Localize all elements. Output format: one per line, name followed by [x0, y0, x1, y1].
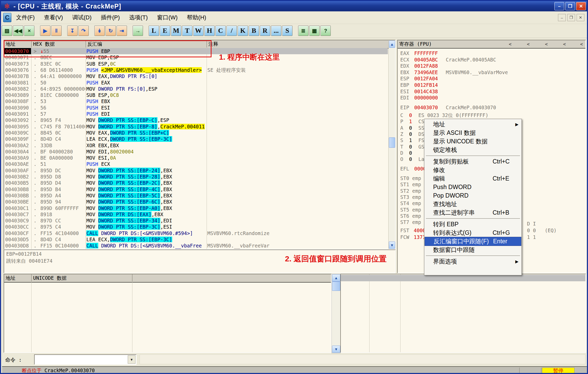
dump-row[interactable]: 00405180. . . . . . . . . . . . . . . . … [4, 322, 331, 328]
stack-row[interactable]: 0012FA2800000000 [341, 332, 585, 338]
close-button[interactable]: × [24, 26, 34, 36]
context-menu-item[interactable]: 界面选项▶ [424, 257, 522, 266]
disasm-row[interactable]: 004030C1 .899D 60FFFFFF MOV DWORD PTR SS… [4, 205, 388, 211]
scroll-down-icon[interactable]: ▼ [332, 346, 340, 353]
stack-row[interactable]: 0012FA080014C438 [341, 281, 585, 288]
disasm-row[interactable]: 00403082 .64:8925 00000000 MOV DWORD PTR… [4, 86, 388, 92]
scroll-up-icon[interactable]: ▲ [332, 274, 340, 282]
threads-button[interactable]: T [182, 26, 192, 36]
disasm-row[interactable]: 004030A9 .BE 0A000000 MOV ESI,0A [4, 155, 388, 161]
disasm-row[interactable]: 004030A2 .33DB XOR EBX,EBX [4, 142, 388, 149]
disasm-row[interactable]: 004030AE .51 PUSH ECX [4, 161, 388, 167]
disasm-row[interactable]: 004030CC .8975 C4 MOV DWORD PTR SS:[EBP-… [4, 224, 388, 230]
dump-row[interactable]: 00405080e928536112002[1]\Project1.vbp . … [4, 295, 331, 302]
menu-item[interactable]: 文件(F) [11, 13, 39, 22]
executables-button[interactable]: E [160, 26, 170, 36]
step-over-button[interactable]: ↷ [78, 26, 89, 36]
appearance-button[interactable]: ▦ [309, 26, 320, 36]
windows-button[interactable]: W [193, 26, 203, 36]
handles-button[interactable]: H [204, 26, 215, 36]
source-button[interactable]: S [282, 26, 292, 36]
dump-row[interactable]: 004051C0. . . . . . . . . . . . . . . . … [4, 328, 331, 334]
menu-item[interactable]: 插件(P) [96, 13, 124, 22]
context-menu-item[interactable]: 复制到剪贴板Ctrl+C [424, 157, 522, 166]
mdi-close-button[interactable]: ✕ [577, 14, 584, 21]
cpu-button[interactable]: C [215, 26, 226, 36]
disasm-row[interactable]: 004030BB .895D A4 MOV DWORD PTR SS:[EBP-… [4, 192, 388, 199]
execute-till-return-button[interactable]: ⇥ [117, 26, 127, 36]
mdi-restore-button[interactable]: ❐ [567, 14, 575, 21]
close-button[interactable]: ✕ [576, 2, 586, 10]
stack-row[interactable]: 0012FA1800000001 [341, 307, 585, 313]
reg-pane-back-icon[interactable]: < [542, 41, 550, 47]
dump-row[interactable]: 00405280. . . . □ . □@剓@勘@□猺□□ . . . . 僙… [4, 347, 331, 353]
context-menu-item[interactable]: 转到 EBP [424, 220, 522, 229]
minimize-button[interactable]: – [554, 2, 564, 10]
stack-row[interactable]: 0012FA1C00000000 [341, 313, 585, 320]
dump-row[interactable]: 00405140. . . . . . . . . . . . . . . . … [4, 315, 331, 322]
stack-row[interactable]: 0012FA2400644BA0 [341, 326, 585, 332]
stack-row[interactable]: 0012FA200012FAB4 [341, 319, 585, 326]
stack-row[interactable]: 0012FA2C77D3B3EC返回到 USER32.77D3B3EC [341, 338, 585, 345]
open-button[interactable]: ▨ [2, 26, 12, 36]
disasm-row[interactable]: 004030AF .895D DC MOV DWORD PTR SS:[EBP-… [4, 167, 388, 174]
reg-pane-back-icon[interactable]: < [561, 41, 568, 47]
context-menu-item[interactable]: 查找地址 [424, 200, 522, 208]
breakpoints-button[interactable]: B [249, 26, 259, 36]
stack-scrollbar[interactable]: ▲ ▼ [331, 274, 341, 353]
dump-row[interactable]: 00405040□猺□ . . . □@*\AC:\unzipped\Dupin [4, 289, 331, 295]
disasm-row[interactable]: 00403091 .57 PUSH EDI [4, 111, 388, 117]
patches-button[interactable]: / [227, 26, 237, 36]
disasm-scroll-thumb[interactable] [389, 137, 395, 148]
stack-row[interactable]: 0012FA3400644BA0 [341, 351, 585, 353]
disasm-row[interactable]: 0040309F .8D4D C4 LEA ECX,DWORD PTR SS:[… [4, 136, 388, 142]
disasm-row[interactable]: 004030A4 .BF 04000280 MOV EDI,80020004 [4, 149, 388, 155]
context-menu-item[interactable]: 显示 ASCII 数据 [424, 129, 522, 137]
help-button[interactable]: ? [320, 26, 331, 36]
run-button[interactable]: ▶ [40, 26, 50, 36]
callstack-button[interactable]: K [238, 26, 248, 36]
reg-pane-back-icon[interactable]: < [506, 41, 514, 47]
context-menu-item[interactable]: 修改 [424, 166, 522, 174]
dump-row[interactable]: 00405240. . . . . . . . . . . . . . □猺 .… [4, 341, 331, 347]
title-bar[interactable]: ✻ - [CPU - 主线程, 模块 - CrackMeP] – ❐ ✕ [1, 1, 587, 11]
disasm-row[interactable]: 004030C7 .8918 MOV DWORD PTR DS:[EAX],EB… [4, 211, 388, 217]
context-menu-item[interactable]: 查找二进制字串Ctrl+B [424, 208, 522, 217]
dump-row[interactable]: 00405200. . . . . . . . . . . . . . . . … [4, 334, 331, 341]
disasm-row[interactable]: 004030C9 .897D CC MOV DWORD PTR SS:[EBP-… [4, 217, 388, 224]
disasm-row[interactable]: 00403089 .81EC C8000000 SUB ESP,0C8 [4, 92, 388, 98]
log-button[interactable]: L [149, 26, 159, 36]
disasm-row[interactable]: 00403092 .8965 F4 MOV DWORD PTR SS:[EBP-… [4, 117, 388, 123]
stack-scroll-thumb[interactable] [332, 282, 340, 291]
disasm-row[interactable]: 004030BE .895D 94 MOV DWORD PTR SS:[EBP-… [4, 199, 388, 205]
disasm-row[interactable]: 00403090 .56 PUSH ESI [4, 105, 388, 111]
disasm-row[interactable]: 00403073 .83EC 0C SUB ESP,0C [4, 61, 388, 67]
animate-over-button[interactable]: ↻ [105, 26, 116, 36]
menu-item[interactable]: 窗口(W) [152, 13, 182, 22]
disasm-row[interactable]: 004030B5 .895D D4 MOV DWORD PTR SS:[EBP-… [4, 180, 388, 186]
context-menu-item[interactable]: 地址▶ [424, 120, 522, 129]
disasm-row[interactable]: 004030D8 .FF15 0C104000 CALL DWORD PTR D… [4, 243, 388, 249]
disasm-row[interactable]: 00403076 .68 D6114000 PUSH <JMP.&MSVBVM6… [4, 67, 388, 73]
dump-panel[interactable]: 地址 UNICODE 数据 00405000. . . □ □ . . □ □ … [4, 274, 331, 353]
reg-pane-back-icon[interactable]: < [578, 41, 585, 47]
context-menu-item[interactable]: 数据窗口中跟随 [424, 246, 522, 254]
scroll-down-icon[interactable]: ▼ [389, 241, 395, 249]
scroll-up-icon[interactable]: ▲ [389, 41, 395, 48]
context-menu-item[interactable]: 转到表达式(G)Ctrl+G [424, 229, 522, 237]
disasm-row[interactable]: 004030CF .FF15 4C104000 CALL DWORD PTR D… [4, 230, 388, 236]
disasm-row[interactable]: 004030B2 .895D D8 MOV DWORD PTR SS:[EBP-… [4, 174, 388, 180]
context-menu-item[interactable]: 显示 UNICODE 数据 [424, 137, 522, 146]
context-menu-item[interactable]: 反汇编窗口中跟随(F)Enter [425, 237, 521, 246]
context-menu-item[interactable]: Pop DWORD [424, 191, 522, 200]
menu-item[interactable]: 查看(V) [39, 13, 67, 22]
menu-item[interactable]: 选项(T) [124, 13, 152, 22]
stack-row[interactable]: 0012FA0C0012FA88 [341, 287, 585, 294]
context-menu-item[interactable]: 编辑Ctrl+E [424, 174, 522, 183]
disassembly-panel[interactable]: 地址 HEX 数据 反汇编 注释 00403070 >↓55 PUSH EBP … [4, 40, 396, 250]
chevron-down-icon[interactable]: ▼ [128, 355, 135, 364]
disasm-row[interactable]: 0040309C .8B45 0C MOV EAX,DWORD PTR SS:[… [4, 130, 388, 136]
step-into-button[interactable]: ↧ [67, 26, 78, 36]
disasm-row[interactable]: 00403081 .50 PUSH EAX [4, 80, 388, 86]
reg-pane-back-icon[interactable]: < [524, 41, 532, 47]
